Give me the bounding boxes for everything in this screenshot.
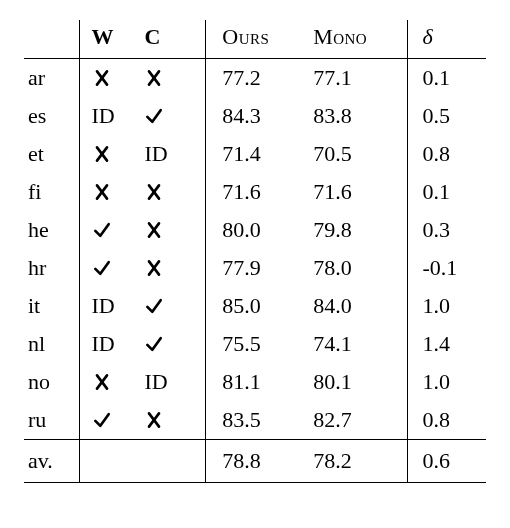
cell-lang: he xyxy=(24,211,79,249)
cell-ours: 75.5 xyxy=(206,325,313,363)
avg-w xyxy=(79,440,144,483)
cell-w xyxy=(79,211,144,249)
cross-icon xyxy=(144,407,164,432)
cell-ours: 77.9 xyxy=(206,249,313,287)
cell-mono: 79.8 xyxy=(313,211,408,249)
cross-icon xyxy=(92,65,112,90)
cell-delta: 0.8 xyxy=(408,401,486,440)
id-mark: ID xyxy=(92,103,115,128)
avg-delta: 0.6 xyxy=(408,440,486,483)
cross-icon xyxy=(144,217,164,242)
table-row: he80.079.80.3 xyxy=(24,211,486,249)
cell-lang: et xyxy=(24,135,79,173)
cell-lang: ru xyxy=(24,401,79,440)
cell-delta: 0.3 xyxy=(408,211,486,249)
check-icon xyxy=(144,331,164,356)
cross-icon xyxy=(92,369,112,394)
cell-mono: 82.7 xyxy=(313,401,408,440)
cell-ours: 84.3 xyxy=(206,97,313,135)
table-row: nlID75.574.11.4 xyxy=(24,325,486,363)
cell-c xyxy=(144,249,205,287)
cell-c xyxy=(144,325,205,363)
cell-w xyxy=(79,401,144,440)
cell-ours: 85.0 xyxy=(206,287,313,325)
cell-lang: it xyxy=(24,287,79,325)
table-row: fi71.671.60.1 xyxy=(24,173,486,211)
cell-c: ID xyxy=(144,135,205,173)
cross-icon xyxy=(144,65,164,90)
check-icon xyxy=(92,255,112,280)
cell-delta: 0.8 xyxy=(408,135,486,173)
cell-delta: 0.1 xyxy=(408,59,486,98)
cell-w xyxy=(79,363,144,401)
cell-mono: 74.1 xyxy=(313,325,408,363)
cell-w: ID xyxy=(79,287,144,325)
header-delta: δ xyxy=(408,20,486,59)
table-row: ar77.277.10.1 xyxy=(24,59,486,98)
cell-lang: ar xyxy=(24,59,79,98)
table-row: esID84.383.80.5 xyxy=(24,97,486,135)
header-blank xyxy=(24,20,79,59)
cell-delta: -0.1 xyxy=(408,249,486,287)
cell-mono: 80.1 xyxy=(313,363,408,401)
cell-w xyxy=(79,135,144,173)
cell-c xyxy=(144,59,205,98)
cell-c xyxy=(144,173,205,211)
cell-lang: es xyxy=(24,97,79,135)
cell-mono: 71.6 xyxy=(313,173,408,211)
table-row: ru83.582.70.8 xyxy=(24,401,486,440)
cell-ours: 81.1 xyxy=(206,363,313,401)
cell-delta: 0.1 xyxy=(408,173,486,211)
cell-delta: 1.4 xyxy=(408,325,486,363)
check-icon xyxy=(144,103,164,128)
cell-delta: 0.5 xyxy=(408,97,486,135)
avg-label: av. xyxy=(24,440,79,483)
cell-ours: 71.4 xyxy=(206,135,313,173)
cell-ours: 80.0 xyxy=(206,211,313,249)
cell-delta: 1.0 xyxy=(408,287,486,325)
header-c: C xyxy=(144,20,205,59)
cell-ours: 71.6 xyxy=(206,173,313,211)
cell-lang: nl xyxy=(24,325,79,363)
cross-icon xyxy=(92,141,112,166)
cell-w xyxy=(79,59,144,98)
cell-w xyxy=(79,173,144,211)
table-row: itID85.084.01.0 xyxy=(24,287,486,325)
id-mark: ID xyxy=(144,141,167,166)
id-mark: ID xyxy=(92,293,115,318)
id-mark: ID xyxy=(144,369,167,394)
cell-lang: hr xyxy=(24,249,79,287)
cell-c xyxy=(144,97,205,135)
check-icon xyxy=(92,407,112,432)
header-mono: Mono xyxy=(313,20,408,59)
header-ours: Ours xyxy=(206,20,313,59)
cell-w: ID xyxy=(79,97,144,135)
check-icon xyxy=(92,217,112,242)
cell-w: ID xyxy=(79,325,144,363)
cell-mono: 83.8 xyxy=(313,97,408,135)
cell-lang: fi xyxy=(24,173,79,211)
results-table: W C Ours Mono δ ar77.277.10.1esID84.383.… xyxy=(24,20,486,483)
cell-mono: 84.0 xyxy=(313,287,408,325)
cell-ours: 83.5 xyxy=(206,401,313,440)
table-row-average: av. 78.8 78.2 0.6 xyxy=(24,440,486,483)
cell-ours: 77.2 xyxy=(206,59,313,98)
cell-c xyxy=(144,211,205,249)
avg-ours: 78.8 xyxy=(206,440,313,483)
id-mark: ID xyxy=(92,331,115,356)
check-icon xyxy=(144,293,164,318)
cross-icon xyxy=(144,255,164,280)
cell-c xyxy=(144,287,205,325)
cell-lang: no xyxy=(24,363,79,401)
table-row: noID81.180.11.0 xyxy=(24,363,486,401)
table-row: etID71.470.50.8 xyxy=(24,135,486,173)
header-w: W xyxy=(79,20,144,59)
cell-delta: 1.0 xyxy=(408,363,486,401)
cell-c xyxy=(144,401,205,440)
cross-icon xyxy=(92,179,112,204)
avg-mono: 78.2 xyxy=(313,440,408,483)
cell-c: ID xyxy=(144,363,205,401)
table-row: hr77.978.0-0.1 xyxy=(24,249,486,287)
cell-mono: 78.0 xyxy=(313,249,408,287)
cross-icon xyxy=(144,179,164,204)
